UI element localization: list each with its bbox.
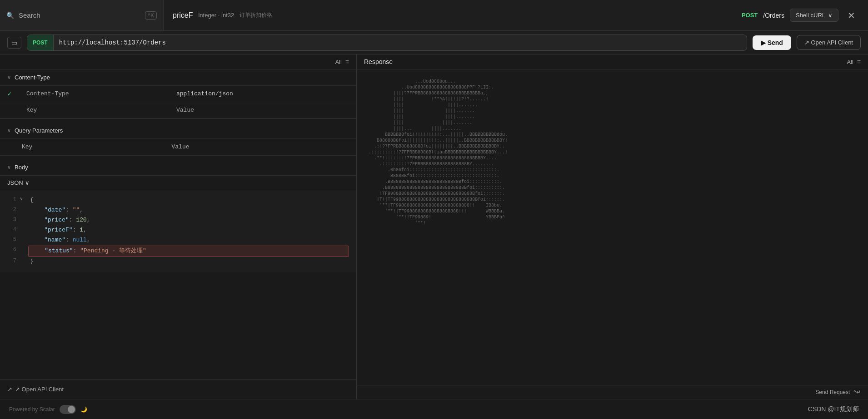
sidebar-toggle-button[interactable]: ▭ (7, 37, 21, 49)
line-num-3: 3 (7, 216, 16, 224)
top-bar: 🔍 Search ^K priceF integer · int32 订单折扣价… (0, 0, 868, 31)
body-section: ∨ Body JSON ∨ 1 ∨ { (0, 159, 356, 272)
shell-curl-button[interactable]: Shell cURL ∨ (790, 9, 838, 22)
open-api-bottom-button[interactable]: ↗ ↗ Open API Client (7, 386, 64, 393)
query-key-placeholder[interactable]: Key (15, 139, 165, 155)
json-format-selector[interactable]: JSON ∨ (7, 179, 30, 186)
post-badge-top: POST (742, 12, 758, 19)
search-label: Search (19, 11, 140, 19)
endpoint-desc: 订单折扣价格 (239, 11, 272, 19)
query-params-section-title: Query Parameters (15, 127, 63, 134)
ascii-art-display: ...Uod888bou... ..Uod8888888888888888888… (357, 69, 868, 385)
headers-section: ∨ Content-Type ✓ Content-Type applicatio… (0, 69, 356, 119)
response-filter-icon[interactable]: ≡ (857, 58, 861, 65)
toggle-thumb (68, 406, 75, 413)
search-shortcut: ^K (145, 11, 157, 20)
headers-section-title: Content-Type (15, 74, 50, 81)
response-header: Response All ≡ (357, 54, 868, 69)
value-placeholder[interactable]: Value (169, 102, 356, 118)
line-toggle-1[interactable]: ∨ (20, 196, 26, 203)
search-panel[interactable]: 🔍 Search ^K (0, 0, 164, 30)
table-row[interactable]: Key Value (0, 102, 356, 118)
divider (0, 119, 356, 123)
json-select-wrap: JSON ∨ (0, 176, 356, 190)
send-request-shortcut: ^↵ (853, 389, 861, 395)
line-num-5: 5 (7, 236, 16, 244)
all-label: All (335, 59, 341, 65)
close-button[interactable]: ✕ (844, 10, 859, 21)
line-num-4: 4 (7, 226, 16, 234)
url-bar: ▭ POST http://localhost:5137/Orders ▶ Se… (0, 31, 868, 54)
table-row: ✓ Content-Type application/json (0, 86, 356, 102)
body-section-title: Body (15, 164, 28, 171)
line-num-7: 7 (7, 257, 16, 266)
line-content-1: { (30, 196, 349, 205)
code-editor[interactable]: 1 ∨ { 2 "date": "", 3 (0, 190, 356, 272)
line-num-2: 2 (7, 206, 16, 214)
query-value-placeholder[interactable]: Value (165, 139, 356, 155)
key-placeholder[interactable]: Key (19, 102, 169, 118)
response-footer: Send Request ^↵ (357, 385, 868, 399)
code-line-5: 5 "name": null, (7, 236, 349, 246)
body-toggle-icon: ∨ (7, 164, 11, 170)
open-api-bottom-label: ↗ Open API Client (15, 386, 64, 393)
response-title: Response (364, 58, 393, 65)
line-num-1: 1 (7, 196, 16, 204)
table-row[interactable]: Key Value (0, 139, 356, 155)
line-content-6: "status": "Pending - 等待处理" (28, 246, 349, 257)
post-method-badge: POST (27, 35, 54, 50)
shell-curl-label: Shell cURL (796, 12, 825, 19)
content-type-key: Content-Type (19, 86, 169, 102)
code-line-1: 1 ∨ { (7, 196, 349, 206)
app-footer: Powered by Scalar 🌙 CSDN @IT规划师 (0, 399, 868, 419)
open-api-client-button[interactable]: ↗ Open API Client (797, 35, 861, 50)
query-toggle-icon: ∨ (7, 128, 11, 133)
moon-icon: 🌙 (80, 406, 87, 413)
line-content-7: } (30, 257, 349, 266)
line-num-6: 6 (7, 246, 16, 254)
line-content-2: "date": "", (30, 206, 349, 215)
send-button[interactable]: ▶ Send (753, 35, 791, 50)
dark-mode-toggle[interactable] (60, 405, 76, 414)
filter-icon[interactable]: ≡ (345, 58, 349, 65)
search-icon: 🔍 (6, 12, 14, 19)
body-section-header[interactable]: ∨ Body (0, 159, 356, 176)
code-line-3: 3 "price": 120, (7, 216, 349, 226)
left-panel: All ≡ ∨ Content-Type ✓ Content-Type appl… (0, 54, 357, 399)
endpoint-path-top: /Orders (763, 12, 784, 19)
query-params-section-header[interactable]: ∨ Query Parameters (0, 123, 356, 139)
chevron-down-icon: ∨ (828, 12, 833, 19)
check-icon: ✓ (7, 91, 12, 97)
code-line-7: 7 } (7, 257, 349, 267)
left-panel-bottom-bar: ↗ ↗ Open API Client (0, 379, 356, 399)
endpoint-info: priceF integer · int32 订单折扣价格 (164, 11, 733, 20)
code-line-2: 2 "date": "", (7, 206, 349, 216)
top-right: POST /Orders Shell cURL ∨ ✕ (733, 9, 868, 22)
line-content-4: "priceF": 1, (30, 226, 349, 235)
branding: CSDN @IT规划师 (808, 405, 859, 414)
right-panel: Response All ≡ ...Uod888bou... ..Uod8888… (357, 54, 868, 399)
query-params-table-wrapper: Key Value (0, 139, 356, 156)
powered-by-label: Powered by Scalar (9, 406, 55, 413)
code-line-6: 6 "status": "Pending - 等待处理" (7, 246, 349, 257)
divider2 (0, 156, 356, 159)
endpoint-name: priceF (173, 11, 193, 20)
headers-section-header[interactable]: ∨ Content-Type (0, 69, 356, 86)
send-request-label: Send Request (815, 389, 850, 395)
url-input-wrap[interactable]: POST http://localhost:5137/Orders (27, 35, 747, 51)
open-api-bottom-icon: ↗ (7, 386, 12, 393)
main-content: All ≡ ∨ Content-Type ✓ Content-Type appl… (0, 54, 868, 399)
url-text: http://localhost:5137/Orders (54, 39, 171, 46)
powered-by: Powered by Scalar 🌙 (9, 405, 87, 414)
sidebar-toggle-icon: ▭ (11, 39, 17, 46)
query-params-table: Key Value (0, 139, 356, 155)
headers-toggle-icon: ∨ (7, 74, 11, 80)
headers-table: ✓ Content-Type application/json Key Valu… (0, 86, 356, 118)
left-panel-header: All ≡ (0, 54, 356, 69)
headers-table-wrapper: ✓ Content-Type application/json Key Valu… (0, 86, 356, 119)
json-format-chevron: ∨ (25, 179, 30, 186)
line-content-3: "price": 120, (30, 216, 349, 225)
line-content-5: "name": null, (30, 236, 349, 245)
code-line-4: 4 "priceF": 1, (7, 226, 349, 236)
json-format-label: JSON (7, 179, 23, 186)
